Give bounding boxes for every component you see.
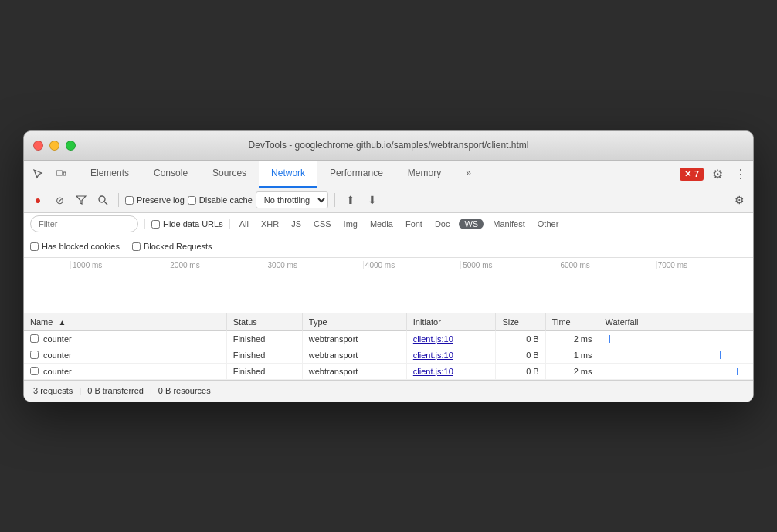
filter-sep-1 xyxy=(144,219,145,229)
td-type-1: webtransport xyxy=(302,347,406,363)
search-icon[interactable] xyxy=(93,191,112,209)
filter-type-all[interactable]: All xyxy=(236,219,252,229)
settings-icon[interactable]: ⚙ xyxy=(707,163,728,185)
waterfall-bar-1 xyxy=(606,351,745,359)
initiator-link-2[interactable]: client.js:10 xyxy=(413,367,453,376)
transferred-size: 0 B transferred xyxy=(87,386,144,395)
record-button[interactable]: ● xyxy=(29,191,47,209)
td-name-1: counter xyxy=(24,347,226,363)
blocked-requests-label[interactable]: Blocked Requests xyxy=(132,242,212,251)
cursor-icon[interactable] xyxy=(27,163,49,185)
td-initiator-2[interactable]: client.js:10 xyxy=(406,363,496,379)
tab-network[interactable]: Network xyxy=(259,160,317,188)
filter-type-other[interactable]: Other xyxy=(534,219,562,229)
devtools-window: DevTools - googlechrome.github.io/sample… xyxy=(23,130,754,402)
tab-elements[interactable]: Elements xyxy=(78,160,141,188)
filter-type-css[interactable]: CSS xyxy=(310,219,334,229)
filter-type-js[interactable]: JS xyxy=(288,219,304,229)
td-waterfall-2 xyxy=(599,363,753,379)
minimize-button[interactable] xyxy=(49,141,59,151)
preserve-log-checkbox[interactable] xyxy=(125,196,134,205)
stop-button[interactable]: ⊘ xyxy=(50,191,69,209)
status-bar: 3 requests | 0 B transferred | 0 B resou… xyxy=(24,380,753,402)
td-time-1: 1 ms xyxy=(545,347,599,363)
disable-cache-label[interactable]: Disable cache xyxy=(188,195,253,205)
maximize-button[interactable] xyxy=(66,141,76,151)
tab-performance[interactable]: Performance xyxy=(317,160,395,188)
td-size-1: 0 B xyxy=(496,347,545,363)
col-waterfall[interactable]: Waterfall xyxy=(599,313,753,331)
td-waterfall-0 xyxy=(599,330,753,347)
export-har-icon[interactable]: ⬇ xyxy=(363,191,382,209)
main-tabs: Elements Console Sources Network Perform… xyxy=(78,160,680,188)
hide-data-urls-checkbox[interactable] xyxy=(151,220,160,229)
device-toolbar-icon[interactable] xyxy=(50,163,72,185)
col-time[interactable]: Time xyxy=(545,313,599,331)
devtools-body: Elements Console Sources Network Perform… xyxy=(24,161,753,402)
wf-indicator-0 xyxy=(609,335,610,343)
filter-type-img[interactable]: Img xyxy=(341,219,361,229)
filter-type-doc[interactable]: Doc xyxy=(432,219,453,229)
import-har-icon[interactable]: ⬆ xyxy=(341,191,360,209)
filter-type-ws[interactable]: WS xyxy=(459,219,484,229)
td-time-0: 2 ms xyxy=(545,330,599,347)
td-waterfall-1 xyxy=(599,347,753,363)
wf-indicator-1 xyxy=(720,351,721,359)
window-title: DevTools - googlechrome.github.io/sample… xyxy=(249,140,529,151)
col-name[interactable]: Name ▲ xyxy=(24,313,226,331)
td-name-0: counter xyxy=(24,330,226,347)
col-type[interactable]: Type xyxy=(302,313,406,331)
network-table: Name ▲ Status Type Initiator Size Time W… xyxy=(24,313,753,380)
throttle-select[interactable]: No throttling xyxy=(256,191,328,208)
blocked-cookies-checkbox[interactable] xyxy=(30,242,39,251)
row-checkbox-0[interactable] xyxy=(30,334,39,343)
filter-type-media[interactable]: Media xyxy=(367,219,396,229)
col-initiator[interactable]: Initiator xyxy=(406,313,496,331)
filter-type-xhr[interactable]: XHR xyxy=(258,219,282,229)
tab-sources[interactable]: Sources xyxy=(200,160,259,188)
more-options-icon[interactable]: ⋮ xyxy=(731,167,750,181)
tick-5000: 5000 ms xyxy=(460,261,558,269)
col-status[interactable]: Status xyxy=(226,313,302,331)
hide-data-urls-label[interactable]: Hide data URLs xyxy=(151,219,223,229)
resources-size: 0 B resources xyxy=(158,386,211,395)
tab-console[interactable]: Console xyxy=(141,160,200,188)
timeline-area: 1000 ms 2000 ms 3000 ms 4000 ms 5000 ms … xyxy=(24,258,753,313)
initiator-link-1[interactable]: client.js:10 xyxy=(413,351,453,360)
row-checkbox-2[interactable] xyxy=(30,367,39,375)
tick-4000: 4000 ms xyxy=(363,261,460,269)
preserve-log-label[interactable]: Preserve log xyxy=(125,195,185,205)
td-initiator-0[interactable]: client.js:10 xyxy=(406,330,496,347)
col-size[interactable]: Size xyxy=(496,313,545,331)
error-badge[interactable]: ✕ 7 xyxy=(680,168,704,181)
network-settings-icon[interactable]: ⚙ xyxy=(730,191,748,209)
checkbox-bar: Has blocked cookies Blocked Requests xyxy=(24,236,753,258)
status-sep-2: | xyxy=(150,386,152,395)
filter-type-font[interactable]: Font xyxy=(402,219,426,229)
timeline-ruler: 1000 ms 2000 ms 3000 ms 4000 ms 5000 ms … xyxy=(70,258,753,313)
disable-cache-checkbox[interactable] xyxy=(188,196,196,205)
td-size-0: 0 B xyxy=(496,330,545,347)
close-button[interactable] xyxy=(33,141,43,151)
filter-type-manifest[interactable]: Manifest xyxy=(490,219,528,229)
requests-table: Name ▲ Status Type Initiator Size Time W… xyxy=(24,313,753,380)
tab-more[interactable]: » xyxy=(453,160,484,188)
filter-sep-2 xyxy=(229,219,230,229)
td-size-2: 0 B xyxy=(496,363,545,379)
blocked-cookies-label[interactable]: Has blocked cookies xyxy=(30,242,120,251)
blocked-requests-checkbox[interactable] xyxy=(132,242,141,251)
table-row[interactable]: counter Finished webtransport client.js:… xyxy=(24,363,753,379)
table-row[interactable]: counter Finished webtransport client.js:… xyxy=(24,330,753,347)
tick-3000: 3000 ms xyxy=(266,261,363,269)
titlebar: DevTools - googlechrome.github.io/sample… xyxy=(24,131,753,161)
toolbar-separator-1 xyxy=(118,193,119,207)
svg-line-3 xyxy=(104,202,107,205)
td-initiator-1[interactable]: client.js:10 xyxy=(406,347,496,363)
tab-memory[interactable]: Memory xyxy=(395,160,453,188)
filter-icon[interactable] xyxy=(72,191,90,209)
initiator-link-0[interactable]: client.js:10 xyxy=(413,334,453,344)
table-row[interactable]: counter Finished webtransport client.js:… xyxy=(24,347,753,363)
filter-input[interactable] xyxy=(30,215,138,232)
td-time-2: 2 ms xyxy=(545,363,599,379)
row-checkbox-1[interactable] xyxy=(30,351,39,359)
